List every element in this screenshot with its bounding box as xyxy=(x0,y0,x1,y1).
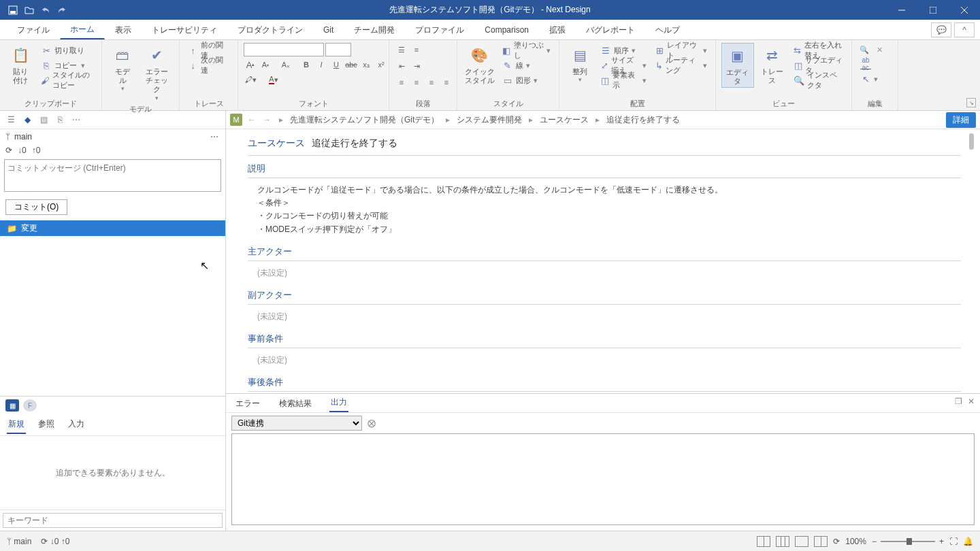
status-sync[interactable]: ⟳ ↓0 ↑0 xyxy=(41,537,69,546)
fullscreen-icon[interactable]: ⛶ xyxy=(949,537,958,546)
italic-icon[interactable]: I xyxy=(314,58,328,71)
inspector-button[interactable]: 🔍インスペクタ xyxy=(791,73,846,88)
maximize-button[interactable] xyxy=(917,0,949,20)
undo-icon[interactable] xyxy=(38,3,53,18)
open-icon[interactable] xyxy=(22,3,37,18)
tab-reference[interactable]: 参照 xyxy=(37,416,56,434)
tab-profile[interactable]: プロファイル xyxy=(405,20,474,39)
routing-button[interactable]: ↳ルーティング▾ xyxy=(652,58,710,73)
crumb-usecase[interactable]: ユースケース xyxy=(540,114,589,126)
outdent-icon[interactable]: ⇤ xyxy=(395,59,408,73)
tab-input[interactable]: 入力 xyxy=(67,416,86,434)
output-restore-icon[interactable]: ❐ xyxy=(955,397,962,406)
ribbon-launcher-icon[interactable]: ↘ xyxy=(966,98,976,107)
feedback-icon[interactable]: 💬 xyxy=(931,22,951,37)
zoom-in-icon[interactable]: + xyxy=(939,537,944,546)
refresh-status-icon[interactable]: ⟳ xyxy=(833,537,840,546)
highlight-icon[interactable]: 🖍▾ xyxy=(244,73,257,86)
layout-1-icon[interactable] xyxy=(757,536,770,547)
find-icon[interactable]: 🔍 xyxy=(858,43,871,56)
font-color-icon[interactable]: A▾ xyxy=(267,73,280,86)
model-button[interactable]: 🗃モデル▾ xyxy=(108,43,137,93)
element-display-button[interactable]: ◫要素表示▾ xyxy=(598,73,649,88)
output-close-icon[interactable]: ✕ xyxy=(968,397,975,406)
keyword-search-input[interactable] xyxy=(3,513,223,528)
tab-home[interactable]: ホーム xyxy=(60,20,105,39)
number-list-icon[interactable]: ≡ xyxy=(410,43,423,56)
tab-extension[interactable]: 拡張 xyxy=(539,20,576,39)
tab-display[interactable]: 表示 xyxy=(105,20,142,39)
tree-icon[interactable]: ☰ xyxy=(4,113,18,127)
sync-icon[interactable]: ⟳ xyxy=(5,146,12,155)
line-button[interactable]: ✎線▾ xyxy=(500,58,553,73)
font-shrink-icon[interactable]: A▾ xyxy=(259,58,272,71)
crumb-project[interactable]: 先進運転システムソフト開発（Gitデモ） xyxy=(290,114,439,126)
next-relation-button[interactable]: ↓次の関連 xyxy=(185,58,232,73)
more-icon[interactable]: ⋯ xyxy=(69,113,83,127)
error-check-button[interactable]: ✔エラーチェック▾ xyxy=(140,43,174,103)
align-justify-icon[interactable]: ≡ xyxy=(440,76,453,89)
bullet-list-icon[interactable]: ☰ xyxy=(395,43,408,56)
bold-icon[interactable]: B xyxy=(299,58,313,71)
commit-button[interactable]: コミット(O) xyxy=(5,199,67,215)
fill-button[interactable]: ◧塗りつぶし▾ xyxy=(500,43,553,58)
crumb-current[interactable]: 追従走行を終了する xyxy=(606,114,680,126)
changes-item[interactable]: 📁 変更 xyxy=(0,220,225,236)
save-icon[interactable] xyxy=(5,3,20,18)
zoom-out-icon[interactable]: − xyxy=(872,537,877,546)
zoom-slider[interactable]: − + xyxy=(872,537,944,546)
minimize-button[interactable] xyxy=(886,0,917,20)
precond-value[interactable]: (未設定) xyxy=(248,348,961,369)
select-button[interactable]: ↖▾ xyxy=(858,71,886,86)
align-button[interactable]: ▤整列▾ xyxy=(565,43,595,84)
nav-back-icon[interactable]: ← xyxy=(246,115,257,124)
editor-view-button[interactable]: ▣エディタ xyxy=(721,43,754,88)
tab-git[interactable]: Git xyxy=(313,20,344,39)
copy-panel-icon[interactable]: ⎘ xyxy=(53,113,67,127)
align-center-icon[interactable]: ≡ xyxy=(410,76,423,89)
shape-button[interactable]: ▭図形▾ xyxy=(500,73,553,88)
quick-style-button[interactable]: 🎨クイック スタイル xyxy=(463,43,497,86)
tab-bug-report[interactable]: バグレポート xyxy=(576,20,645,39)
trace-view-button[interactable]: ⇄トレース xyxy=(757,43,788,86)
redo-icon[interactable] xyxy=(54,3,69,18)
category-icon[interactable]: ▦ xyxy=(5,399,19,412)
subscript-icon[interactable]: x₂ xyxy=(359,58,373,71)
close-button[interactable] xyxy=(949,0,980,20)
paste-button[interactable]: 📋 貼り付け xyxy=(5,43,35,86)
output-clear-icon[interactable]: ⨂ xyxy=(368,418,376,428)
underline-icon[interactable]: U xyxy=(329,58,343,71)
tab-comparison[interactable]: Comparison xyxy=(474,20,539,39)
db-icon[interactable]: ▤ xyxy=(37,113,50,127)
git-icon[interactable]: ◆ xyxy=(20,113,34,127)
tab-file[interactable]: ファイル xyxy=(7,20,60,39)
tab-team[interactable]: チーム開発 xyxy=(344,20,405,39)
clear-format-icon[interactable]: Aₓ xyxy=(279,58,293,71)
vertical-scrollbar[interactable] xyxy=(966,133,976,389)
layout-4-icon[interactable] xyxy=(814,536,828,547)
detail-button[interactable]: 詳細 xyxy=(946,112,976,128)
collapse-ribbon-icon[interactable]: ^ xyxy=(954,22,975,37)
layout-3-icon[interactable] xyxy=(795,536,808,547)
cut-button[interactable]: ✂切り取り xyxy=(38,43,96,58)
output-tab-error[interactable]: エラー xyxy=(234,395,261,412)
tab-product-line[interactable]: プロダクトライン xyxy=(227,20,313,39)
git-menu-icon[interactable]: ⋯ xyxy=(210,132,220,141)
tab-help[interactable]: ヘルプ xyxy=(645,20,690,39)
filter-icon[interactable]: F xyxy=(23,399,37,412)
style-copy-button[interactable]: 🖌スタイルのコピー xyxy=(38,73,96,88)
delete-icon[interactable]: ✕ xyxy=(872,43,886,56)
main-actor-value[interactable]: (未設定) xyxy=(248,261,961,282)
commit-message-input[interactable] xyxy=(4,159,221,192)
align-left-icon[interactable]: ≡ xyxy=(395,76,408,89)
align-right-icon[interactable]: ≡ xyxy=(425,76,438,89)
tab-new[interactable]: 新規 xyxy=(7,416,26,434)
indent-icon[interactable]: ⇥ xyxy=(410,59,423,73)
strike-icon[interactable]: abc xyxy=(344,58,358,71)
status-branch[interactable]: ᛘ main xyxy=(7,537,31,546)
crumb-sysreq[interactable]: システム要件開発 xyxy=(457,114,522,126)
font-size-combo[interactable] xyxy=(325,43,351,56)
output-tab-search[interactable]: 検索結果 xyxy=(278,395,313,412)
nav-forward-icon[interactable]: → xyxy=(261,115,272,124)
sub-actor-value[interactable]: (未設定) xyxy=(248,305,961,326)
